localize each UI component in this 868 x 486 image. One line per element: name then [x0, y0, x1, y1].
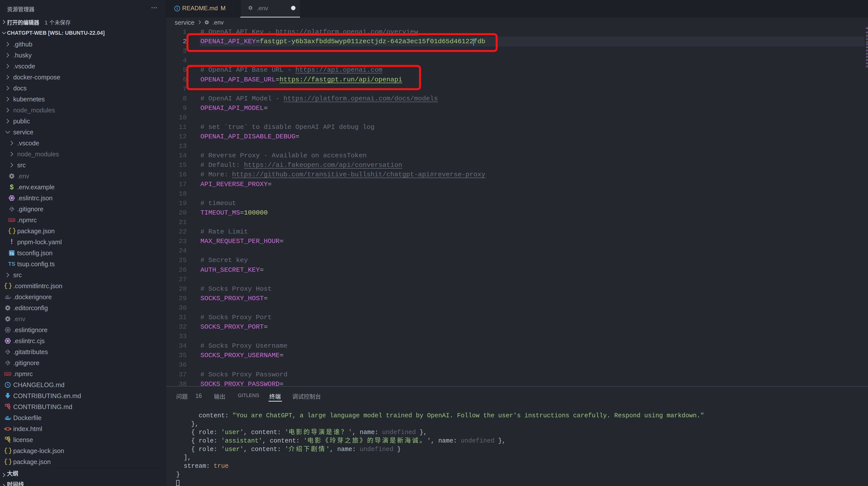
svg-text:npm: npm [9, 219, 14, 222]
svg-text:TS: TS [9, 252, 14, 256]
svg-text:npm: npm [5, 372, 10, 375]
